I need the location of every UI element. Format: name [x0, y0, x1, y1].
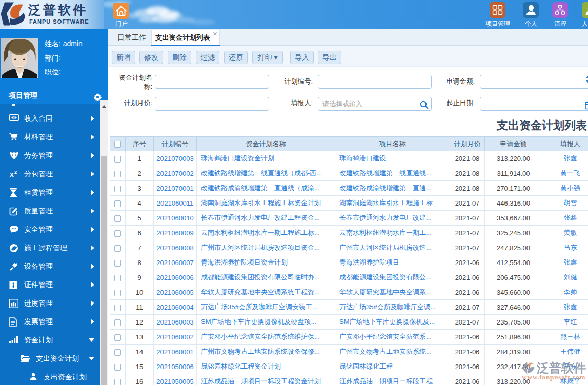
svg-text:x: x [10, 170, 14, 178]
svg-text:0: 0 [13, 116, 15, 119]
svg-text:2: 2 [14, 170, 17, 175]
